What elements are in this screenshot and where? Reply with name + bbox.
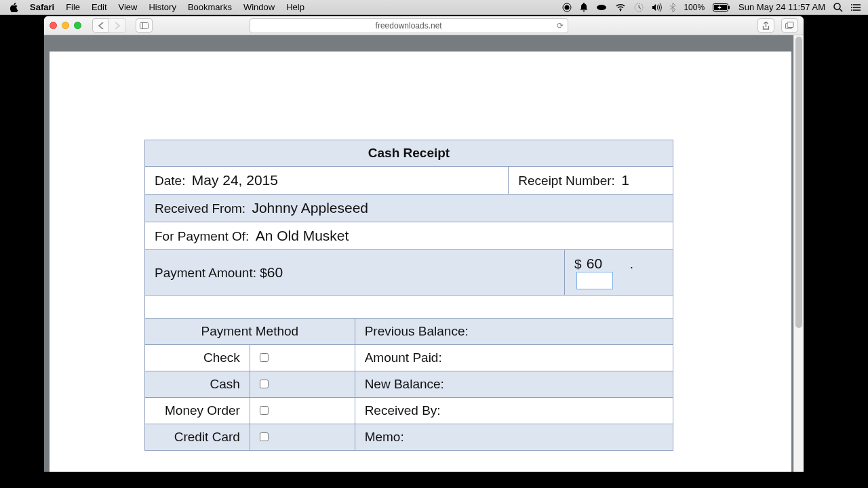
screenrecord-icon[interactable] — [562, 3, 572, 12]
minimize-window-button[interactable] — [62, 22, 69, 29]
receipt-number-value[interactable]: 1 — [621, 172, 629, 188]
menu-edit[interactable]: Edit — [92, 2, 106, 12]
battery-icon[interactable] — [713, 3, 730, 12]
window-controls — [50, 22, 81, 29]
document-page: Cash Receipt Date: May 24, 2015 Receipt … — [50, 52, 791, 472]
date-value[interactable]: May 24, 2015 — [192, 172, 278, 188]
receipt-number-label: Receipt Number: — [518, 174, 615, 188]
dollar-sign-2: $ — [574, 257, 582, 271]
content-viewport: Cash Receipt Date: May 24, 2015 Receipt … — [44, 35, 804, 472]
new-balance-label: New Balance: — [355, 371, 673, 397]
memo-label: Memo: — [355, 424, 673, 450]
back-button[interactable] — [92, 18, 109, 33]
cash-receipt-form: Cash Receipt Date: May 24, 2015 Receipt … — [144, 140, 673, 451]
volume-icon[interactable] — [652, 3, 662, 12]
menu-bookmarks[interactable]: Bookmarks — [188, 2, 232, 12]
pm-credit-card-checkbox[interactable] — [260, 432, 269, 441]
share-button[interactable] — [757, 18, 774, 33]
timemachine-icon[interactable] — [634, 3, 644, 12]
clock[interactable]: Sun May 24 11:57 AM — [738, 2, 825, 12]
pm-check-checkbox[interactable] — [260, 353, 269, 362]
received-by-label: Received By: — [355, 397, 673, 424]
form-title: Cash Receipt — [145, 140, 673, 167]
forward-button[interactable] — [109, 18, 126, 33]
url-text: freedownloads.net — [376, 21, 442, 30]
nav-back-forward — [92, 18, 126, 33]
address-bar[interactable]: freedownloads.net ⟳ — [250, 18, 568, 33]
macos-menu-bar: Safari File Edit View History Bookmarks … — [0, 0, 868, 15]
close-window-button[interactable] — [50, 22, 57, 29]
amount-paid-label: Amount Paid: — [355, 344, 673, 371]
menu-history[interactable]: History — [149, 2, 176, 12]
sidebar-toggle-button[interactable] — [136, 18, 153, 33]
vertical-scrollbar[interactable] — [793, 35, 804, 472]
pm-money-order-label: Money Order — [145, 397, 250, 424]
svg-point-2 — [597, 5, 606, 10]
menu-file[interactable]: File — [66, 2, 80, 12]
decimal-dot: . — [630, 257, 633, 271]
date-label: Date: — [155, 174, 185, 188]
apple-icon[interactable] — [9, 3, 18, 12]
svg-line-9 — [840, 9, 842, 12]
spotlight-icon[interactable] — [833, 3, 843, 12]
pm-money-order-checkbox[interactable] — [260, 406, 269, 415]
svg-point-8 — [834, 3, 840, 9]
menu-window[interactable]: Window — [243, 2, 275, 12]
payment-amount-value[interactable]: 60 — [267, 264, 283, 280]
svg-rect-13 — [140, 22, 149, 28]
safari-window: freedownloads.net ⟳ + Cash Receipt Date:… — [44, 16, 804, 472]
notifications-icon[interactable] — [580, 3, 588, 12]
svg-rect-16 — [787, 22, 793, 28]
svg-point-3 — [620, 9, 621, 11]
payment-method-header: Payment Method — [145, 318, 355, 344]
pm-cash-label: Cash — [145, 371, 250, 397]
received-from-value[interactable]: Johnny Appleseed — [252, 200, 368, 216]
received-from-label: Received From: — [155, 201, 245, 216]
for-payment-value[interactable]: An Old Musket — [256, 228, 349, 243]
menu-help[interactable]: Help — [286, 2, 304, 12]
menu-list-icon[interactable] — [851, 3, 861, 12]
tabs-overview-button[interactable] — [781, 18, 798, 33]
payment-amount-value-2[interactable]: 60 — [587, 256, 602, 271]
previous-balance-label: Previous Balance: — [355, 318, 673, 344]
browser-toolbar: freedownloads.net ⟳ — [44, 16, 804, 35]
svg-point-10 — [851, 4, 852, 5]
scrollbar-thumb[interactable] — [795, 37, 802, 328]
wifi-icon[interactable] — [615, 3, 626, 12]
pm-check-label: Check — [145, 344, 250, 371]
bluetooth-icon[interactable] — [670, 3, 675, 12]
svg-point-11 — [851, 7, 852, 8]
svg-point-1 — [565, 5, 570, 9]
pm-credit-card-label: Credit Card — [145, 424, 250, 450]
menulet-icon[interactable] — [596, 4, 607, 11]
active-app-name[interactable]: Safari — [30, 2, 54, 12]
pm-cash-checkbox[interactable] — [260, 380, 269, 388]
svg-point-12 — [851, 9, 852, 11]
menu-view[interactable]: View — [119, 2, 138, 12]
svg-rect-7 — [728, 5, 730, 9]
cents-input[interactable] — [576, 272, 613, 289]
battery-percent: 100% — [684, 3, 705, 12]
for-payment-label: For Payment Of: — [155, 229, 249, 243]
zoom-window-button[interactable] — [74, 22, 81, 29]
reload-icon[interactable]: ⟳ — [557, 21, 564, 30]
payment-amount-label: Payment Amount: $ — [155, 266, 267, 280]
